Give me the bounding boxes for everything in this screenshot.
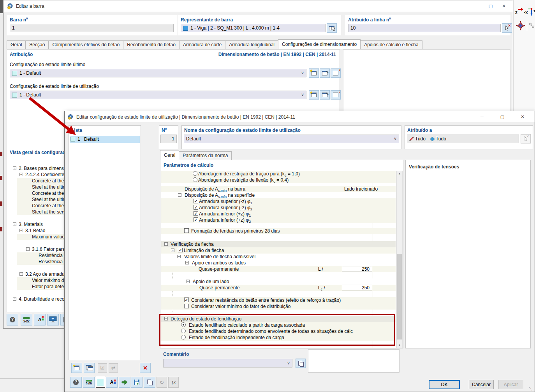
comment-select[interactable]: ∨ bbox=[163, 359, 292, 368]
params-scrollbar[interactable]: ∧ ∨ bbox=[396, 171, 403, 348]
edit-config-button[interactable]: ✎ bbox=[320, 90, 330, 100]
save-config-button[interactable] bbox=[131, 377, 143, 388]
tree-expander-icon[interactable]: − bbox=[19, 229, 23, 232]
radio-button[interactable] bbox=[193, 171, 197, 176]
tab-par-metros-da-norma[interactable]: Parâmetros da norma bbox=[179, 151, 232, 160]
value-cell[interactable]: 250 bbox=[342, 285, 372, 290]
tree-expander-icon[interactable]: − bbox=[19, 173, 23, 176]
remove-config-button[interactable]: ✕ bbox=[331, 68, 341, 78]
tab-geral[interactable]: Geral bbox=[160, 150, 179, 160]
radio-button[interactable] bbox=[181, 329, 186, 333]
axis-orientation-icons[interactable]: z -x bbox=[514, 6, 535, 16]
checkbox[interactable] bbox=[184, 304, 189, 308]
checkbox[interactable]: ✓ bbox=[194, 217, 198, 222]
apply-button[interactable]: Aplicar bbox=[498, 380, 523, 389]
ok-button[interactable]: OK bbox=[429, 380, 460, 389]
tree-expander-icon[interactable]: − bbox=[178, 193, 181, 197]
units-button[interactable]: 0,00 bbox=[21, 314, 32, 326]
tree-label: 3.1.6 Fator para bbox=[32, 247, 65, 252]
sls-config-select[interactable]: 1 - Default ∨ bbox=[10, 91, 306, 99]
minimize-button[interactable]: ─ bbox=[471, 1, 484, 10]
select-all-button[interactable]: ☑ bbox=[98, 363, 107, 373]
tab-armadura-longitudinal[interactable]: Armadura longitudinal bbox=[225, 40, 278, 49]
radio-button[interactable] bbox=[181, 335, 186, 340]
tab-geral[interactable]: Geral bbox=[7, 40, 26, 49]
help-button[interactable]: ? bbox=[70, 377, 82, 388]
invert-selection-button[interactable]: ⇄ bbox=[109, 363, 118, 373]
tab-apoios-de-c-lculo-e-flecha[interactable]: Apoios de cálculo e flecha bbox=[360, 40, 422, 49]
barra-input[interactable]: 1 bbox=[10, 24, 174, 32]
cancel-button[interactable]: Cancelar bbox=[469, 380, 494, 389]
display-settings-button[interactable]: A bbox=[106, 377, 118, 388]
copy-settings-button[interactable] bbox=[144, 377, 155, 388]
child-titlebar[interactable]: Editar configuração de estado limite de … bbox=[65, 111, 535, 123]
tab-armadura-de-corte[interactable]: Armadura de corte bbox=[179, 40, 225, 49]
linha-input[interactable]: 10 bbox=[348, 24, 501, 32]
import-config-button[interactable] bbox=[119, 377, 130, 388]
radio-button[interactable] bbox=[181, 322, 186, 327]
comment-templates-button[interactable] bbox=[296, 359, 306, 368]
pick-representante-button[interactable] bbox=[327, 23, 337, 33]
tree-expander-icon[interactable]: − bbox=[186, 280, 190, 283]
new-config-button[interactable]: ★ bbox=[309, 68, 319, 78]
atribuido-field[interactable]: Tudo Tudo bbox=[407, 135, 519, 143]
tree-expander-icon[interactable]: − bbox=[177, 255, 181, 258]
checkbox[interactable] bbox=[184, 228, 189, 233]
member-icon bbox=[409, 136, 414, 141]
color-swatch-button[interactable] bbox=[96, 377, 105, 388]
checkbox[interactable]: ✓ bbox=[194, 205, 198, 210]
assigned-members: Tudo bbox=[415, 136, 426, 142]
checkbox[interactable]: ✓ bbox=[178, 248, 183, 252]
tab-sec-o[interactable]: Secção bbox=[25, 40, 49, 49]
tab-recobrimento-do-bet-o[interactable]: Recobrimento do betão bbox=[123, 40, 180, 49]
checkbox[interactable]: ✓ bbox=[194, 199, 198, 203]
tree-expander-icon[interactable]: − bbox=[19, 272, 23, 276]
tab-comprimentos-efetivos-do-bet-o[interactable]: Comprimentos efetivos do betão bbox=[48, 40, 123, 49]
parent-titlebar[interactable]: Editar a barra bbox=[4, 0, 513, 12]
copy-entry-button[interactable] bbox=[84, 363, 95, 373]
tree-expander-icon[interactable]: − bbox=[164, 317, 168, 320]
uls-config-select[interactable]: 1 - Default ∨ bbox=[10, 69, 306, 77]
tree-expander-icon[interactable]: − bbox=[171, 248, 174, 252]
close-button[interactable]: ✕ bbox=[497, 1, 510, 10]
formula-button[interactable]: ƒx bbox=[168, 377, 179, 388]
remove-config-button[interactable]: ✕ bbox=[331, 90, 341, 100]
nome-select[interactable]: Default ∨ bbox=[184, 135, 399, 143]
checkbox[interactable]: ✓ bbox=[194, 211, 198, 216]
close-button[interactable]: ✕ bbox=[516, 112, 529, 121]
new-entry-button[interactable]: ★ bbox=[71, 363, 82, 373]
pick-objects-button[interactable]: ✕ bbox=[521, 134, 531, 144]
display-on-screen-button[interactable] bbox=[47, 314, 59, 326]
radio-button[interactable] bbox=[193, 177, 197, 182]
app-icon bbox=[68, 114, 74, 120]
delete-entry-button[interactable]: ✕ bbox=[140, 363, 151, 373]
checkbox[interactable]: ✓ bbox=[184, 298, 189, 302]
snap-icon[interactable] bbox=[529, 23, 535, 29]
scroll-down-icon[interactable]: ∨ bbox=[397, 342, 402, 348]
scrollbar-thumb[interactable] bbox=[397, 254, 402, 340]
pick-line-button[interactable]: ✕ bbox=[502, 23, 512, 33]
resize-grip[interactable]: ⋱ bbox=[529, 387, 533, 391]
scroll-up-icon[interactable]: ∧ bbox=[397, 171, 402, 177]
tree-expander-icon[interactable]: − bbox=[164, 242, 168, 246]
tree-expander-icon[interactable]: − bbox=[185, 261, 189, 264]
units-button[interactable]: 0,00 bbox=[83, 377, 95, 388]
tree-expander-icon[interactable]: − bbox=[26, 247, 30, 251]
list-item-selected[interactable]: 1 Default bbox=[70, 136, 140, 143]
reset-button[interactable]: ↻ bbox=[157, 377, 167, 388]
edit-config-button[interactable]: ✎ bbox=[320, 68, 330, 78]
new-config-button[interactable]: ★ bbox=[309, 90, 319, 100]
minimize-button[interactable]: ─ bbox=[475, 112, 489, 121]
value-cell[interactable]: 250 bbox=[342, 266, 372, 272]
tree-expander-icon[interactable]: − bbox=[13, 297, 16, 301]
coordinate-system-icon[interactable] bbox=[516, 21, 525, 30]
representante-select[interactable]: 1 - Viga | 2 - SQ_M1 300 | L : 4.000 m |… bbox=[181, 24, 326, 32]
display-settings-button[interactable]: A bbox=[34, 314, 46, 326]
help-button[interactable]: ? bbox=[7, 314, 18, 326]
bg-left-strip bbox=[0, 0, 3, 329]
tree-expander-icon[interactable]: − bbox=[13, 222, 16, 226]
maximize-button[interactable]: ▢ bbox=[496, 112, 509, 121]
tab-configura-es-de-dimensionamento[interactable]: Configurações de dimensionamento bbox=[278, 39, 361, 49]
maximize-button[interactable]: ▢ bbox=[484, 1, 497, 10]
tree-expander-icon[interactable]: − bbox=[13, 166, 16, 170]
